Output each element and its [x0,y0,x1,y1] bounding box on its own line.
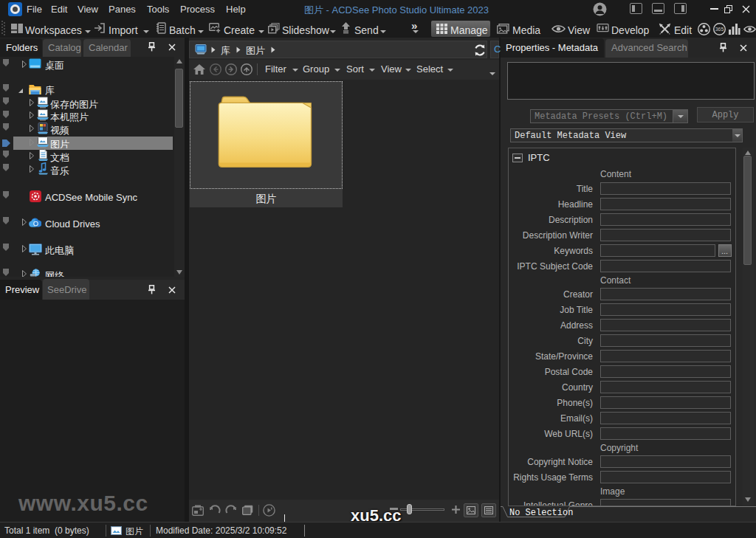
svg-text:365: 365 [715,27,724,32]
